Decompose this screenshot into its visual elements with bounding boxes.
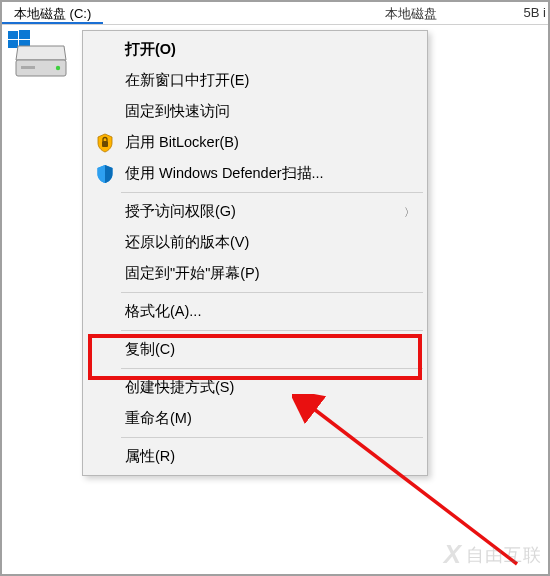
svg-rect-1 [19,30,30,39]
watermark-x-icon: X [444,539,462,570]
menu-properties-label: 属性(R) [125,447,175,466]
menu-restore-versions[interactable]: 还原以前的版本(V) [85,227,425,258]
menu-bitlocker[interactable]: 启用 BitLocker(B) [85,127,425,158]
menu-grant-access-label: 授予访问权限(G) [125,202,236,221]
menu-separator [121,192,423,193]
defender-shield-icon [95,164,115,184]
menu-open-new-window[interactable]: 在新窗口中打开(E) [85,65,425,96]
menu-rename-label: 重命名(M) [125,409,192,428]
menu-create-shortcut[interactable]: 创建快捷方式(S) [85,372,425,403]
menu-copy[interactable]: 复制(C) [85,334,425,365]
menu-defender-scan[interactable]: 使用 Windows Defender扫描... [85,158,425,189]
menu-create-shortcut-label: 创建快捷方式(S) [125,378,234,397]
tab-drive-c[interactable]: 本地磁盘 (C:) [2,2,103,24]
menu-format[interactable]: 格式化(A)... [85,296,425,327]
menu-format-label: 格式化(A)... [125,302,201,321]
menu-grant-access[interactable]: 授予访问权限(G) 〉 [85,196,425,227]
tab-drive-other[interactable]: 本地磁盘 [373,2,449,24]
menu-restore-versions-label: 还原以前的版本(V) [125,233,249,252]
menu-pin-quick-access[interactable]: 固定到快速访问 [85,96,425,127]
menu-separator [121,292,423,293]
partial-label: 5B i [524,5,546,20]
menu-rename[interactable]: 重命名(M) [85,403,425,434]
menu-open-new-window-label: 在新窗口中打开(E) [125,71,249,90]
menu-open-label: 打开(O) [125,40,176,59]
drive-context-menu: 打开(O) 在新窗口中打开(E) 固定到快速访问 启用 BitLocker(B)… [82,30,428,476]
watermark-text: 自由互联 [466,543,542,567]
menu-defender-label: 使用 Windows Defender扫描... [125,164,324,183]
menu-copy-label: 复制(C) [125,340,175,359]
menu-separator [121,437,423,438]
menu-pin-start-label: 固定到"开始"屏幕(P) [125,264,260,283]
hard-drive-icon [14,42,68,82]
bitlocker-shield-icon [95,133,115,153]
menu-separator [121,368,423,369]
watermark: X 自由互联 [444,539,542,570]
menu-properties[interactable]: 属性(R) [85,441,425,472]
svg-rect-7 [102,141,108,147]
drive-tabs: 本地磁盘 (C:) 本地磁盘 [2,2,548,25]
submenu-arrow-icon: 〉 [404,204,415,219]
menu-pin-quick-access-label: 固定到快速访问 [125,102,230,121]
menu-open[interactable]: 打开(O) [85,34,425,65]
svg-point-5 [56,66,60,70]
menu-pin-start[interactable]: 固定到"开始"屏幕(P) [85,258,425,289]
svg-rect-6 [21,66,35,69]
svg-rect-0 [8,31,18,39]
menu-separator [121,330,423,331]
menu-bitlocker-label: 启用 BitLocker(B) [125,133,239,152]
drive-c-item[interactable] [14,42,68,85]
